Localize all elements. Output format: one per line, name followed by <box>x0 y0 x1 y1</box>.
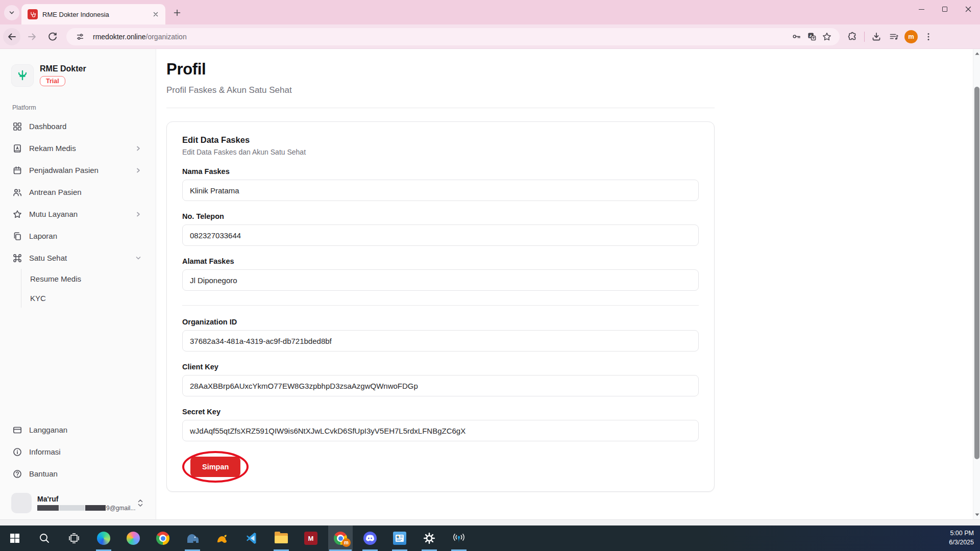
sidebar-item-label: Penjadwalan Pasien <box>29 166 99 174</box>
reading-list-button[interactable] <box>885 28 902 45</box>
taskbar-file-explorer[interactable] <box>269 525 293 551</box>
three-dots-icon <box>924 32 933 41</box>
trident-logo-icon <box>16 69 29 82</box>
save-button[interactable]: Simpan <box>190 457 240 477</box>
field-label: Nama Faskes <box>182 167 699 176</box>
main-content: Profil Profil Faskes & Akun Satu Sehat E… <box>156 49 973 519</box>
password-key-icon[interactable] <box>789 29 804 44</box>
no-telepon-input[interactable] <box>182 224 699 246</box>
scroll-down-arrow-icon[interactable] <box>973 511 980 518</box>
taskbar-edge[interactable] <box>91 525 116 551</box>
taskbar-chrome-profile[interactable]: m <box>328 525 353 551</box>
taskbar-discord[interactable] <box>358 525 382 551</box>
taskbar-maroon-app[interactable]: M <box>299 525 323 551</box>
screen: RME Dokter Indonesia <box>0 0 980 551</box>
sidebar-item-informasi[interactable]: Informasi <box>0 441 156 463</box>
sidebar-item-rekam-medis[interactable]: Rekam Medis <box>0 137 156 159</box>
bookmark-star-icon[interactable] <box>819 29 835 44</box>
tab-search-button[interactable] <box>4 5 19 20</box>
card-subtitle: Edit Data Faskes dan Akun Satu Sehat <box>182 148 699 156</box>
sidebar-item-label: Informasi <box>29 447 61 456</box>
chevron-updown-icon <box>136 498 144 508</box>
field-label: No. Telepon <box>182 212 699 220</box>
close-icon <box>965 6 971 12</box>
site-favicon-icon <box>28 9 38 19</box>
new-tab-button[interactable] <box>169 5 185 20</box>
sidebar-item-label: Rekam Medis <box>29 144 76 153</box>
field-nama-faskes: Nama Faskes <box>182 167 699 201</box>
sidebar-item-penjadwalan-pasien[interactable]: Penjadwalan Pasien <box>0 159 156 181</box>
alamat-faskes-input[interactable] <box>182 269 699 291</box>
field-organization-id: Organization ID <box>182 318 699 352</box>
site-settings-icon[interactable] <box>72 29 88 44</box>
back-button[interactable] <box>3 28 20 45</box>
taskbar-settings[interactable] <box>417 525 442 551</box>
sidebar-item-label: Laporan <box>29 232 57 240</box>
sidebar-item-antrean-pasien[interactable]: Antrean Pasien <box>0 181 156 203</box>
maximize-button[interactable] <box>933 0 957 18</box>
chrome-icon <box>156 532 169 545</box>
taskbar-clock[interactable]: 5:00 PM 6/3/2025 <box>949 525 980 551</box>
extensions-button[interactable] <box>844 28 861 45</box>
sidebar-subitem-resume-medis[interactable]: Resume Medis <box>21 269 156 288</box>
dashboard-grid-icon <box>12 121 22 132</box>
user-menu[interactable]: Ma'ruf 9@gmail... <box>11 493 144 513</box>
browser-tab[interactable]: RME Dokter Indonesia <box>21 4 165 24</box>
subitem-label: KYC <box>30 294 46 303</box>
minimize-icon <box>919 9 924 10</box>
taskbar-report-app[interactable] <box>387 525 412 551</box>
downloads-button[interactable] <box>868 28 885 45</box>
client-key-input[interactable] <box>182 375 699 396</box>
header-divider <box>166 108 715 108</box>
sidebar-nav: Dashboard Rekam Medis Penjadwalan Pasien… <box>0 115 156 308</box>
taskbar-search-button[interactable] <box>32 525 57 551</box>
browser-profile-button[interactable]: m <box>902 28 920 45</box>
help-circle-icon <box>12 469 22 479</box>
forward-button[interactable] <box>23 28 41 45</box>
vertical-scrollbar[interactable] <box>973 49 980 519</box>
sidebar-footer: Langganan Informasi Bantuan Ma'ruf <box>0 419 156 513</box>
sidebar-item-laporan[interactable]: Laporan <box>0 225 156 247</box>
start-button[interactable] <box>3 525 27 551</box>
sidebar-item-langganan[interactable]: Langganan <box>0 419 156 441</box>
taskbar-copilot[interactable] <box>121 525 145 551</box>
nama-faskes-input[interactable] <box>182 180 699 201</box>
organization-id-input[interactable] <box>182 330 699 352</box>
close-window-button[interactable] <box>957 0 980 18</box>
field-label: Client Key <box>182 363 699 371</box>
card-divider <box>182 305 699 306</box>
taskbar-wireless-display[interactable] <box>447 525 471 551</box>
minimize-button[interactable] <box>910 0 933 18</box>
translate-icon[interactable]: A <box>804 29 819 44</box>
browser-toolbar: rmedokter.online/organization A m <box>0 24 980 49</box>
taskbar-chrome[interactable] <box>151 525 175 551</box>
browser-menu-button[interactable] <box>920 28 937 45</box>
field-label: Alamat Faskes <box>182 257 699 265</box>
horizontal-scrollbar[interactable] <box>0 519 980 525</box>
address-bar[interactable]: rmedokter.online/organization A <box>66 28 840 45</box>
report-app-icon <box>393 532 406 545</box>
taskbar-vscode[interactable] <box>239 525 264 551</box>
search-icon <box>38 532 51 544</box>
sidebar-item-satu-sehat[interactable]: Satu Sehat <box>0 247 156 269</box>
sidebar-item-bantuan[interactable]: Bantuan <box>0 463 156 485</box>
profile-m-badge: m <box>342 538 351 547</box>
section-label: Platform <box>12 104 156 111</box>
orange-pet-icon <box>215 532 229 544</box>
task-view-button[interactable] <box>62 525 86 551</box>
sidebar-subitem-kyc[interactable]: KYC <box>21 288 156 308</box>
reload-button[interactable] <box>44 28 61 45</box>
url-text[interactable]: rmedokter.online/organization <box>93 33 789 41</box>
sidebar-item-mutu-layanan[interactable]: Mutu Layanan <box>0 203 156 225</box>
sidebar-item-label: Bantuan <box>29 469 58 478</box>
secret-key-input[interactable] <box>182 420 699 441</box>
scroll-up-arrow-icon[interactable] <box>973 50 980 57</box>
sidebar-item-dashboard[interactable]: Dashboard <box>0 115 156 137</box>
trial-badge: Trial <box>40 76 65 86</box>
playlist-icon <box>889 32 899 42</box>
scrollbar-thumb[interactable] <box>974 87 979 459</box>
taskbar-orange-pet[interactable] <box>210 525 234 551</box>
tab-close-button[interactable] <box>151 10 160 19</box>
reload-icon <box>47 32 58 42</box>
taskbar-pgadmin[interactable] <box>180 525 205 551</box>
